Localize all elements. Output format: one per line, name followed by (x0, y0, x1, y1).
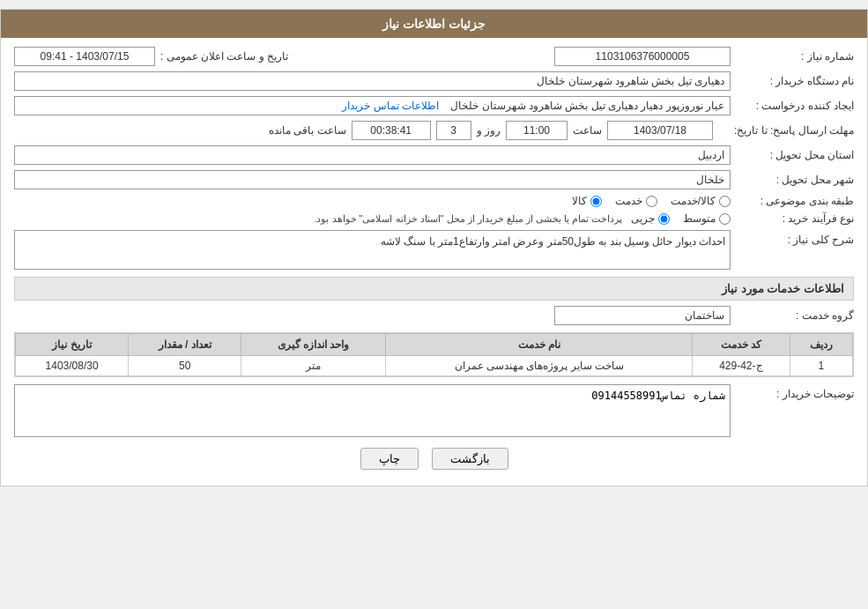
category-label: طبقه بندی موضوعی : (731, 195, 854, 207)
deadline-date: 1403/07/18 (607, 121, 713, 140)
city-row: شهر محل تحویل : خلخال (14, 170, 854, 189)
services-table-wrapper: ردیف کد خدمت نام خدمت واحد اندازه گیری ت… (14, 332, 854, 377)
need-number-label: شماره نیاز : (731, 50, 854, 63)
col-name: نام خدمت (386, 334, 693, 356)
purchase-type-radio-group: متوسط جزیی (631, 212, 731, 225)
page-title: جزئیات اطلاعات نیاز (382, 17, 486, 31)
col-date: تاریخ نیاز (16, 334, 129, 356)
description-row: شرح کلی نیاز : احداث دیوار حائل وسیل بند… (14, 230, 854, 270)
services-table: ردیف کد خدمت نام خدمت واحد اندازه گیری ت… (15, 333, 853, 376)
col-unit: واحد اندازه گیری (241, 334, 386, 356)
page-header: جزئیات اطلاعات نیاز (1, 10, 867, 38)
need-number-row: شماره نیاز : 1103106376000005 تاریخ و سا… (14, 47, 854, 66)
col-code: کد خدمت (693, 334, 790, 356)
need-number-value: 1103106376000005 (554, 47, 731, 66)
requester-row: ایجاد کننده درخواست : عیار نوروزپور دهیا… (14, 96, 854, 115)
buyer-notes-row: توضیحات خریدار : (14, 384, 854, 437)
category-row: طبقه بندی موضوعی : کالا/خدمت خدمت کالا (14, 195, 854, 207)
service-group-label: گروه خدمت : (731, 309, 854, 322)
purchase-type-label: نوع فرآیند خرید : (731, 212, 854, 225)
category-radio-khedmat[interactable] (646, 196, 657, 207)
cell-name: ساخت سایر پروژه‌های مهندسی عمران (386, 356, 693, 376)
purchase-option-motavasset[interactable]: متوسط (683, 212, 731, 225)
purchase-label-jozii: جزیی (631, 212, 655, 225)
deadline-time-label: ساعت (568, 124, 607, 137)
table-header-row: ردیف کد خدمت نام خدمت واحد اندازه گیری ت… (16, 334, 853, 356)
description-value: احداث دیوار حائل وسیل بند به طول50متر وع… (14, 230, 731, 270)
table-row: 1 ج-42-429 ساخت سایر پروژه‌های مهندسی عم… (16, 356, 853, 376)
button-row: بازگشت چاپ (14, 448, 854, 470)
cell-row: 1 (790, 356, 852, 376)
deadline-days: 3 (436, 121, 471, 140)
deadline-time: 11:00 (506, 121, 568, 140)
cell-qty: 50 (129, 356, 241, 376)
page-wrapper: جزئیات اطلاعات نیاز شماره نیاز : 1103106… (0, 9, 868, 486)
category-label-kala-khedmat: کالا/خدمت (671, 195, 716, 207)
contact-link[interactable]: اطلاعات تماس خریدار (342, 100, 439, 112)
category-option-khedmat[interactable]: خدمت (615, 195, 657, 207)
purchase-label-motavasset: متوسط (683, 212, 716, 225)
buyer-notes-value[interactable] (14, 384, 731, 437)
province-label: استان محل تحویل : (731, 149, 854, 161)
cell-unit: متر (241, 356, 386, 376)
deadline-label: مهلت ارسال پاسخ: تا تاریخ: (713, 124, 854, 137)
requester-label: ایجاد کننده درخواست : (731, 100, 854, 112)
purchase-type-row: نوع فرآیند خرید : متوسط جزیی پرداخت تمام… (14, 212, 854, 225)
category-option-kala-khedmat[interactable]: کالا/خدمت (671, 195, 731, 207)
category-radio-group: کالا/خدمت خدمت کالا (572, 195, 731, 207)
category-radio-kala[interactable] (590, 196, 602, 207)
announce-date-value: 1403/07/15 - 09:41 (14, 47, 155, 66)
cell-date: 1403/08/30 (16, 356, 129, 376)
requester-text: عیار نوروزپور دهیار دهیاری تیل بخش شاهرو… (450, 100, 724, 112)
purchase-radio-jozii[interactable] (658, 213, 670, 225)
city-value: خلخال (14, 170, 731, 189)
deadline-day-label: روز و (471, 124, 506, 137)
category-radio-kala-khedmat[interactable] (719, 196, 731, 207)
services-section-title: اطلاعات خدمات مورد نیاز (14, 277, 854, 301)
province-value: اردبیل (14, 145, 731, 165)
purchase-option-jozii[interactable]: جزیی (631, 212, 670, 225)
description-label: شرح کلی نیاز : (731, 230, 854, 246)
requester-value: عیار نوروزپور دهیار دهیاری تیل بخش شاهرو… (14, 96, 731, 115)
deadline-remaining-label: ساعت باقی مانده (263, 124, 352, 137)
announce-date-label: تاریخ و ساعت اعلان عمومی : (155, 50, 288, 63)
cell-code: ج-42-429 (693, 356, 790, 376)
service-group-row: گروه خدمت : ساختمان (14, 306, 854, 325)
service-group-value: ساختمان (554, 306, 731, 325)
category-label-kala: کالا (572, 195, 587, 207)
category-option-kala[interactable]: کالا (572, 195, 602, 207)
city-label: شهر محل تحویل : (731, 174, 854, 186)
buyer-org-row: نام دستگاه خریدار : دهیاری تیل بخش شاهرو… (14, 71, 854, 91)
buyer-org-label: نام دستگاه خریدار : (731, 75, 854, 87)
col-qty: تعداد / مقدار (129, 334, 241, 356)
col-row: ردیف (790, 334, 852, 356)
back-button[interactable]: بازگشت (432, 448, 508, 470)
deadline-remaining: 00:38:41 (352, 121, 431, 140)
province-row: استان محل تحویل : اردبیل (14, 145, 854, 165)
deadline-row: مهلت ارسال پاسخ: تا تاریخ: 1403/07/18 سا… (14, 121, 854, 140)
purchase-radio-motavasset[interactable] (719, 213, 731, 225)
purchase-note: پرداخت تمام یا بخشی از مبلغ خریدار از مح… (314, 213, 622, 225)
buyer-org-value: دهیاری تیل بخش شاهرود شهرستان خلخال (14, 71, 731, 91)
buyer-notes-label: توضیحات خریدار : (731, 384, 854, 400)
category-label-khedmat: خدمت (615, 195, 642, 207)
content-area: شماره نیاز : 1103106376000005 تاریخ و سا… (1, 38, 867, 486)
print-button[interactable]: چاپ (360, 448, 419, 470)
